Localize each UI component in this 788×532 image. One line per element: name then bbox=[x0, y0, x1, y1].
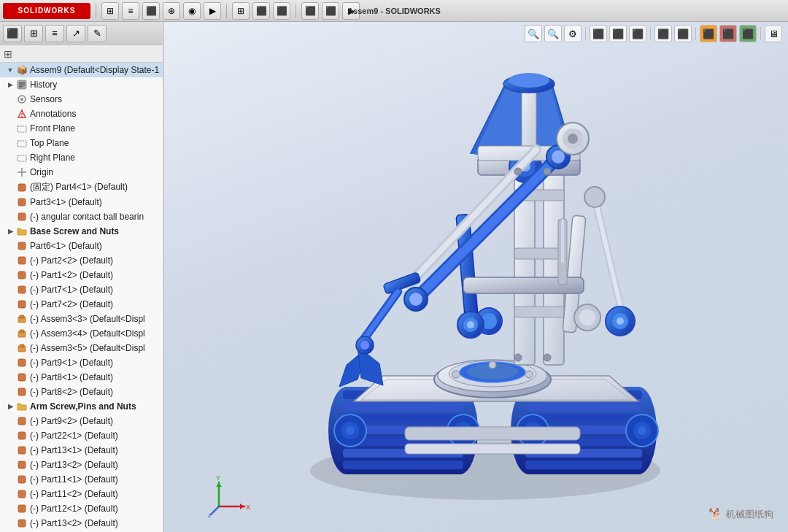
toolbar-btn-7[interactable]: ⊞ bbox=[232, 2, 250, 20]
tree-item-origin[interactable]: Origin bbox=[0, 165, 163, 180]
tree-icon-front-plane bbox=[16, 123, 28, 134]
root-expand-icon[interactable]: ▼ bbox=[6, 66, 15, 74]
svg-point-109 bbox=[552, 150, 565, 163]
tree-item-part11-1[interactable]: (-) Part11<1> (Default) bbox=[0, 472, 163, 487]
tree-item-part7-2[interactable]: (-) Part7<2> (Default) bbox=[0, 297, 163, 312]
tree-label-part11-2: (-) Part11<2> (Default) bbox=[30, 489, 118, 499]
tree-item-part4[interactable]: (固定) Part4<1> (Default) bbox=[0, 180, 163, 195]
tree-item-part2-2[interactable]: (-) Part2<2> (Default) bbox=[0, 253, 163, 268]
svg-rect-64 bbox=[525, 460, 642, 469]
toolbar-btn-1[interactable]: ⊞ bbox=[101, 2, 119, 20]
vp-view1-btn[interactable]: ⬛ bbox=[590, 25, 607, 42]
toolbar-btn-3[interactable]: ⬛ bbox=[142, 2, 160, 20]
expand-icon-part8-2 bbox=[6, 388, 15, 396]
vp-color1-btn[interactable]: ⬛ bbox=[700, 25, 717, 42]
toolbar-btn-2[interactable]: ≡ bbox=[122, 2, 139, 20]
tree-item-sensors[interactable]: Sensors bbox=[0, 92, 163, 107]
tree-item-right-plane[interactable]: Right Plane bbox=[0, 150, 163, 165]
panel-tab-feature[interactable]: ⬛ bbox=[3, 25, 22, 42]
toolbar-btn-9[interactable]: ⬛ bbox=[273, 2, 290, 20]
svg-rect-34 bbox=[18, 461, 26, 469]
toolbar-btn-5[interactable]: ◉ bbox=[183, 2, 201, 20]
tree-item-history[interactable]: ▶History bbox=[0, 77, 163, 92]
tree-root-item[interactable]: ▼ 📦 Assem9 (Default<Display State-1 bbox=[0, 63, 163, 77]
tree-item-part11-2[interactable]: (-) Part11<2> (Default) bbox=[0, 487, 163, 501]
tree-icon-annotations bbox=[16, 108, 28, 120]
tree-item-part6[interactable]: Part6<1> (Default) bbox=[0, 239, 163, 253]
panel-tab-property[interactable]: ⊞ bbox=[24, 25, 43, 42]
vp-gear-btn[interactable]: ⚙ bbox=[564, 25, 582, 42]
vp-sep-2 bbox=[650, 27, 651, 40]
vp-zoom-btn[interactable]: 🔍 bbox=[525, 25, 542, 42]
tree-item-part13-2[interactable]: (-) Part13<2> (Default) bbox=[0, 458, 163, 472]
filter-icon[interactable]: ⊞ bbox=[4, 48, 12, 60]
tree-item-angular[interactable]: (-) angular contact ball bearin bbox=[0, 209, 163, 224]
svg-rect-43 bbox=[343, 402, 463, 411]
expand-icon-angular bbox=[6, 212, 15, 221]
svg-point-102 bbox=[509, 73, 549, 88]
tree-item-front-plane[interactable]: Front Plane bbox=[0, 121, 163, 136]
svg-point-130 bbox=[544, 354, 551, 361]
toolbar-btn-8[interactable]: ⬛ bbox=[252, 2, 270, 20]
expand-icon-history[interactable]: ▶ bbox=[6, 80, 15, 89]
toolbar-btn-11[interactable]: ⬛ bbox=[322, 2, 339, 20]
toolbar-btn-4[interactable]: ⊕ bbox=[163, 2, 180, 20]
tree-item-part13-1[interactable]: (-) Part13<1> (Default) bbox=[0, 443, 163, 458]
tree-item-part7-1[interactable]: (-) Part7<1> (Default) bbox=[0, 282, 163, 297]
expand-icon-arm-screw[interactable]: ▶ bbox=[6, 402, 15, 411]
tree-item-part12-2[interactable]: (-) Part13<2> (Default) bbox=[0, 516, 163, 531]
tree-item-top-plane[interactable]: Top Plane bbox=[0, 136, 163, 150]
panel-tab-markup[interactable]: ✎ bbox=[88, 25, 107, 42]
tree-icon-part2-2 bbox=[16, 255, 28, 266]
vp-view2-btn[interactable]: ⬛ bbox=[609, 25, 627, 42]
tree-item-assem3-3[interactable]: (-) Assem3<3> (Default<Displ bbox=[0, 312, 163, 326]
3d-viewport[interactable]: 🔍 🔍 ⚙ ⬛ ⬛ ⬛ ⬛ ⬛ ⬛ ⬛ ⬛ 🖥 bbox=[164, 22, 788, 532]
svg-rect-59 bbox=[525, 402, 642, 411]
expand-icon-front-plane bbox=[6, 124, 15, 133]
tree-item-assem3-5[interactable]: (-) Assem3<5> (Default<Displ bbox=[0, 341, 163, 355]
vp-zoom2-btn[interactable]: 🔍 bbox=[544, 25, 562, 42]
tree-icon-origin bbox=[16, 166, 28, 178]
vp-color3-btn[interactable]: ⬛ bbox=[739, 25, 757, 42]
tree-item-part12-1[interactable]: (-) Part12<1> (Default) bbox=[0, 501, 163, 516]
svg-point-119 bbox=[360, 341, 369, 350]
tree-item-part8-2[interactable]: (-) Part8<2> (Default) bbox=[0, 385, 163, 399]
tree-item-annotations[interactable]: Annotations bbox=[0, 107, 163, 121]
watermark: 🐕 机械图纸狗 bbox=[708, 507, 773, 521]
panel-tab-config[interactable]: ≡ bbox=[45, 25, 64, 42]
tree-icon-part12-2 bbox=[16, 517, 28, 529]
tree-item-part22-1[interactable]: (-) Part22<1> (Default) bbox=[0, 428, 163, 443]
svg-rect-85 bbox=[514, 248, 564, 259]
tree-item-arm-screw[interactable]: ▶Arm Screw,Pins and Nuts bbox=[0, 399, 163, 414]
vp-color2-btn[interactable]: ⬛ bbox=[719, 25, 737, 42]
svg-point-79 bbox=[452, 371, 460, 378]
tree-label-arm-screw: Arm Screw,Pins and Nuts bbox=[30, 401, 136, 412]
panel-tabs: ⬛ ⊞ ≡ ↗ ✎ bbox=[0, 22, 163, 45]
tree-icon-part9-2 bbox=[16, 415, 28, 427]
tree-item-part9-1[interactable]: (-) Part9<1> (Default) bbox=[0, 355, 163, 370]
expand-icon-assem3-5 bbox=[6, 344, 15, 352]
tree-icon-assem3-4 bbox=[16, 328, 28, 339]
tree-icon-part12-1 bbox=[16, 503, 28, 514]
vp-view3-btn[interactable]: ⬛ bbox=[629, 25, 646, 42]
vp-display2-btn[interactable]: ⬛ bbox=[674, 25, 692, 42]
tree-label-assem3-4: (-) Assem3<4> (Default<Displ bbox=[30, 328, 145, 339]
tree-item-part8-1[interactable]: (-) Part8<1> (Default) bbox=[0, 370, 163, 385]
tree-item-base-screw[interactable]: ▶Base Screw and Nuts bbox=[0, 224, 163, 239]
tree-label-part7-1: (-) Part7<1> (Default) bbox=[30, 285, 113, 295]
expand-icon-base-screw[interactable]: ▶ bbox=[6, 227, 15, 236]
tree-item-part9-2[interactable]: (-) Part9<2> (Default) bbox=[0, 414, 163, 428]
vp-monitor-btn[interactable]: 🖥 bbox=[765, 25, 782, 42]
toolbar-btn-6[interactable]: ▶ bbox=[204, 2, 221, 20]
toolbar-btn-10[interactable]: ⬛ bbox=[301, 2, 319, 20]
tree-icon-base-screw bbox=[16, 225, 28, 237]
tree-item-part3[interactable]: Part3<1> (Default) bbox=[0, 195, 163, 209]
tree-icon-part11-2 bbox=[16, 488, 28, 500]
svg-rect-21 bbox=[18, 301, 26, 308]
tree-icon-part1-2 bbox=[16, 269, 28, 281]
tree-item-part1-2[interactable]: (-) Part1<2> (Default) bbox=[0, 268, 163, 282]
panel-tab-display[interactable]: ↗ bbox=[66, 25, 85, 42]
vp-display1-btn[interactable]: ⬛ bbox=[654, 25, 672, 42]
tree-item-assem3-4[interactable]: (-) Assem3<4> (Default<Displ bbox=[0, 326, 163, 341]
feature-tree[interactable]: ▼ 📦 Assem9 (Default<Display State-1 ▶His… bbox=[0, 63, 163, 532]
